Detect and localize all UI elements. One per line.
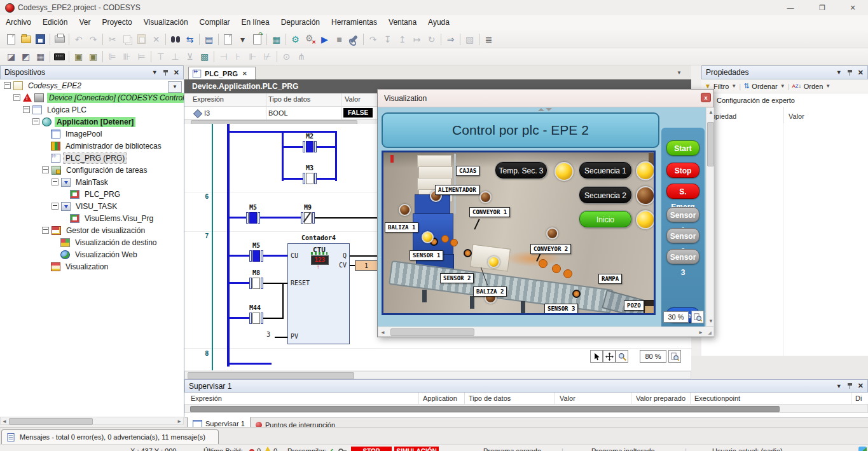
properties-pin-icon[interactable]	[847, 69, 853, 76]
build-button[interactable]: ▦	[269, 32, 284, 46]
menu-item-archivo[interactable]: Archivo	[0, 15, 37, 29]
devices-pin-icon[interactable]	[163, 69, 169, 76]
menu-item-proyecto[interactable]: Proyecto	[96, 15, 137, 29]
tree-item-codesys-epe2[interactable]: Codesys_EPE2	[0, 79, 184, 91]
ctu-function-block[interactable]: CTU 123 ↑ CU RESET PV Q CV	[287, 243, 350, 344]
menu-item-depuraci-n[interactable]: Depuración	[275, 15, 326, 29]
contact-m3[interactable]	[303, 173, 317, 184]
scene-button-secuencia-2[interactable]: Secuencia 2	[579, 187, 631, 203]
splitter-up-icon[interactable]	[538, 108, 544, 111]
editor-hscrollbar[interactable]	[184, 371, 691, 379]
tree-item-device-conectado-codesys-control-win[interactable]: Device [Conectado] (CODESYS Control Win	[0, 91, 184, 104]
expander-icon[interactable]	[13, 94, 20, 101]
close-button[interactable]: ✕	[843, 3, 862, 13]
edit-pointer-button[interactable]: ◪	[4, 50, 18, 64]
sensor-2-button[interactable]: Sensor 2	[666, 228, 699, 243]
tree-item-visu-task[interactable]: VISU_TASK	[0, 200, 184, 212]
devices-dock-menu-icon[interactable]: ▼	[152, 69, 158, 76]
browse-prev-button[interactable]: ▣	[71, 50, 86, 64]
viz-zoom-button[interactable]	[691, 311, 704, 323]
zoom-select-button[interactable]: ◩	[18, 50, 33, 64]
display-mode-button[interactable]: ≣	[481, 32, 496, 46]
resize-grip[interactable]: ◢	[708, 330, 712, 335]
contact-m9-negated[interactable]	[301, 212, 315, 224]
new-object-button[interactable]	[221, 32, 235, 46]
contact-m2[interactable]	[303, 141, 317, 152]
zoom-tool-button[interactable]	[616, 350, 628, 363]
menu-item-edici-n[interactable]: Edición	[37, 15, 73, 29]
viz-vscrollbar[interactable]: ▲▼	[706, 107, 714, 326]
visualization-window[interactable]: Visualization x Control por plc - EPE 2	[377, 89, 714, 337]
viz-hscrollbar[interactable]: ◄► ◢	[378, 326, 714, 337]
start-button[interactable]: ▶	[317, 32, 332, 46]
splitter-down-icon[interactable]	[546, 108, 552, 111]
scene-button-secuencia-1[interactable]: Secuencia 1	[579, 162, 631, 178]
supervision-close-icon[interactable]: ✕	[858, 382, 864, 390]
messages-tab[interactable]: Mensajes - total 0 error(es), 0 adverten…	[1, 429, 219, 444]
minimize-button[interactable]: —	[781, 3, 800, 13]
devices-close-icon[interactable]: ✕	[174, 69, 179, 77]
menu-item-en-l-nea[interactable]: En línea	[236, 15, 275, 29]
new-object-dropdown-button[interactable]: ▾	[235, 32, 250, 46]
debug-tools-button[interactable]	[347, 32, 361, 46]
expander-icon[interactable]	[4, 82, 11, 89]
keyboard-button[interactable]	[52, 50, 67, 64]
open-file-button[interactable]	[18, 32, 33, 46]
logout-button[interactable]	[303, 32, 317, 46]
tree-item-imagepool[interactable]: ImagePool	[0, 128, 184, 140]
expander-icon[interactable]	[42, 166, 49, 173]
menu-item-herramientas[interactable]: Herramientas	[326, 15, 383, 29]
filter-button[interactable]: Filtro	[713, 83, 729, 90]
menu-item-compilar[interactable]: Compilar	[194, 15, 236, 29]
save-button[interactable]	[33, 32, 48, 46]
menu-item-visualizaci-n[interactable]: Visualización	[138, 15, 194, 29]
sensor-3-button[interactable]: Sensor 3	[666, 249, 699, 264]
supervision-hscrollbar[interactable]	[184, 404, 868, 413]
replace-button[interactable]: ⇆	[183, 32, 197, 46]
contact-m5[interactable]	[246, 212, 260, 224]
visualization-title-bar[interactable]: Visualization	[378, 90, 713, 107]
tree-item-maintask[interactable]: MainTask	[0, 176, 184, 188]
find-button[interactable]	[168, 32, 183, 46]
tree-item-application-detener[interactable]: Application [Detener]	[0, 116, 184, 128]
insert-box-catalog-button[interactable]: ▩	[197, 50, 212, 64]
menu-item-ayuda[interactable]: Ayuda	[422, 15, 455, 29]
properties-close-icon[interactable]: ✕	[858, 69, 864, 77]
device-combo-dropdown[interactable]: ▼	[168, 81, 182, 93]
maximize-button[interactable]: ❐	[813, 3, 832, 13]
pan-tool-button[interactable]	[603, 350, 616, 363]
tree-item-visuelems-visu-prg[interactable]: VisuElems.Visu_Prg	[0, 212, 184, 224]
tree-item-plc-prg-prg[interactable]: PLC_PRG (PRG)	[0, 152, 184, 164]
declaration-table-button[interactable]: ▦	[33, 50, 48, 64]
menu-item-ver[interactable]: Ver	[73, 15, 96, 29]
next-statement-button[interactable]: ⇒	[443, 32, 458, 46]
sensor-1-button[interactable]: Sensor 1	[666, 207, 699, 222]
scene-button-inicio[interactable]: Inicio	[579, 211, 631, 227]
expander-icon[interactable]	[23, 106, 30, 113]
sort-button[interactable]: Ordenar	[752, 83, 777, 90]
new-file-button[interactable]	[4, 32, 18, 46]
browse-next-button[interactable]: ▣	[86, 50, 100, 64]
s-emerg-button[interactable]: S. Emerg	[666, 184, 699, 199]
tree-item-l-gica-plc[interactable]: Lógica PLC	[0, 104, 184, 116]
tree-item-plc-prg[interactable]: PLC_PRG	[0, 188, 184, 200]
tab-plc-prg[interactable]: PLC_PRG ✕	[188, 67, 256, 79]
contact-m44[interactable]	[249, 313, 263, 324]
start-button[interactable]: Start	[666, 140, 699, 156]
expander-icon[interactable]	[52, 203, 59, 210]
viz-zoom-level[interactable]: 30 %	[663, 311, 689, 323]
stop-button[interactable]: ■	[332, 32, 347, 46]
print-button[interactable]	[52, 32, 67, 46]
tab-overflow-dropdown-icon[interactable]: ▼	[677, 70, 682, 76]
properties-dock-menu-icon[interactable]: ▼	[836, 69, 842, 76]
contact-m5b[interactable]	[249, 250, 263, 262]
tree-item-administrador-de-bibliotecas[interactable]: Administrador de bibliotecas	[0, 140, 184, 152]
devices-hscrollbar[interactable]: ◄►	[0, 417, 184, 425]
order-button[interactable]: Orden	[804, 83, 823, 90]
stop-button[interactable]: Stop	[666, 163, 699, 178]
tree-item-visualization[interactable]: Visualization	[0, 260, 184, 273]
tab-close-icon[interactable]: ✕	[242, 71, 247, 77]
editor-zoom-level[interactable]: 80 %	[640, 350, 666, 363]
tree-item-configuraci-n-de-tareas[interactable]: Configuración de tareas	[0, 164, 184, 176]
supervision-dock-menu-icon[interactable]: ▼	[836, 383, 842, 389]
